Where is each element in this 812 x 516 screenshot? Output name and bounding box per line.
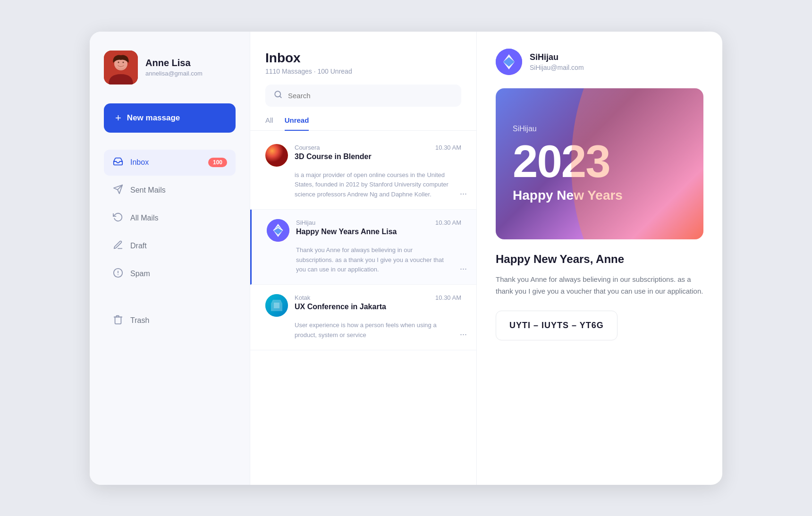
sent-label: Sent Mails [130,186,227,195]
email-subject-sihijau: Happy New Years Anne Lisa [296,228,429,236]
detail-sender-header: SiHijau SiHijau@mail.com [496,49,703,75]
inbox-subtitle: 1110 Massages · 100 Unread [265,68,461,75]
email-meta-kotak: Kotak UX Conference in Jakarta [295,294,429,311]
email-detail-panel: SiHijau SiHijau@mail.com SiHijau 2023 Ha… [477,32,722,485]
coursera-avatar [265,144,288,167]
detail-sender-info: SiHijau SiHijau@mail.com [530,52,584,71]
email-list-panel: Inbox 1110 Massages · 100 Unread All Unr… [250,32,477,485]
sidebar-item-trash[interactable]: Trash [104,308,236,334]
sent-icon [112,184,124,197]
svg-point-5 [123,61,124,63]
trash-label: Trash [130,316,227,325]
sihijau-avatar [267,219,289,242]
inbox-label: Inbox [130,158,202,167]
svg-point-4 [118,61,119,63]
detail-email-body: Thank you Anne for always believing in o… [496,273,703,297]
email-item-sihijau[interactable]: SiHijau Happy New Years Anne Lisa 10.30 … [250,210,476,285]
draft-label: Draft [130,242,227,250]
email-meta-sihijau: SiHijau Happy New Years Anne Lisa [296,219,429,236]
email-item-coursera[interactable]: Coursera 3D Course in Blender 10.30 AM i… [250,135,476,210]
email-preview-coursera: is a major provider of open online cours… [295,170,452,200]
email-time-coursera: 10.30 AM [435,144,461,151]
inbox-icon [112,156,124,169]
detail-sender-name: SiHijau [530,52,584,62]
inbox-header: Inbox 1110 Massages · 100 Unread [250,32,476,85]
tab-all[interactable]: All [265,116,273,131]
sidebar-item-sent[interactable]: Sent Mails [104,178,236,203]
voucher-box: UYTI – IUYTS – YT6G [496,311,617,340]
email-tabs: All Unread [250,116,476,131]
svg-line-10 [279,96,281,97]
email-subject-kotak: UX Conference in Jakarta [295,303,429,311]
all-mails-icon [112,212,124,225]
email-item-kotak[interactable]: Kotak UX Conference in Jakarta 10.30 AM … [250,285,476,350]
plus-icon: + [115,112,121,124]
user-profile: Anne Lisa annelisa@gmail.com [104,51,236,85]
email-sender-sihijau: SiHijau [296,219,429,226]
email-list: Coursera 3D Course in Blender 10.30 AM i… [250,135,476,485]
email-time-kotak: 10.30 AM [435,294,461,301]
kotak-avatar [265,294,288,317]
new-massage-button[interactable]: + New massage [104,103,236,133]
spam-icon [112,268,124,280]
email-more-coursera[interactable]: ··· [460,189,467,199]
detail-banner: SiHijau 2023 Happy New Years [496,88,703,239]
detail-sender-avatar [496,49,522,75]
email-sender-kotak: Kotak [295,294,429,301]
sidebar-item-inbox[interactable]: Inbox 100 [104,150,236,176]
detail-email-title: Happy New Years, Anne [496,253,703,266]
email-sender-coursera: Coursera [295,144,429,151]
email-meta-coursera: Coursera 3D Course in Blender [295,144,429,161]
email-time-sihijau: 10.30 AM [435,219,461,226]
all-mails-label: All Mails [130,214,227,222]
detail-sender-email: SiHijau@mail.com [530,64,584,71]
app-container: Anne Lisa annelisa@gmail.com + New massa… [90,32,722,485]
trash-icon [112,314,124,327]
banner-decoration [571,88,703,239]
sidebar-item-spam[interactable]: Spam [104,261,236,287]
avatar-image [104,51,138,85]
email-more-kotak[interactable]: ··· [460,330,467,339]
voucher-code: UYTI – IUYTS – YT6G [509,321,604,330]
email-preview-kotak: User experience is how a person feels wh… [295,321,452,340]
search-icon [274,90,282,101]
sidebar-item-all[interactable]: All Mails [104,205,236,231]
spam-label: Spam [130,270,227,278]
user-name: Anne Lisa [145,58,203,68]
sidebar: Anne Lisa annelisa@gmail.com + New massa… [90,32,250,485]
search-input[interactable] [288,92,453,100]
user-email: annelisa@gmail.com [145,70,203,77]
user-info: Anne Lisa annelisa@gmail.com [145,58,203,77]
nav-items: Inbox 100 Sent Mails [104,150,236,466]
sidebar-item-draft[interactable]: Draft [104,233,236,259]
avatar [104,51,138,85]
inbox-title: Inbox [265,51,461,66]
new-massage-label: New massage [127,113,180,123]
email-more-sihijau[interactable]: ··· [460,264,467,274]
svg-point-11 [265,144,288,167]
email-preview-sihijau: Thank you Anne for always believing in o… [296,245,452,275]
search-bar[interactable] [265,85,461,107]
tab-unread[interactable]: Unread [285,116,309,131]
email-subject-coursera: 3D Course in Blender [295,152,429,161]
inbox-badge: 100 [208,158,227,167]
draft-icon [112,240,124,253]
